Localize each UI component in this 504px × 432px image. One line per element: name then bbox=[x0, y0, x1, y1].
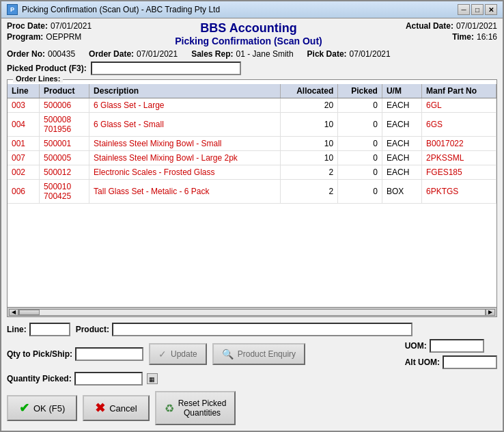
product-input[interactable] bbox=[112, 323, 412, 336]
cell-product: 500008701956 bbox=[40, 113, 89, 137]
cell-line: 003 bbox=[8, 98, 40, 113]
line-field-group: Line: bbox=[7, 323, 70, 336]
close-button[interactable]: ✕ bbox=[485, 4, 497, 15]
table-row[interactable]: 001 500001 Stainless Steel Mixing Bowl -… bbox=[8, 137, 496, 151]
table-row[interactable]: 006 500010700425 Tall Glass Set - Metali… bbox=[8, 180, 496, 204]
main-window: P Picking Confirmation (Scan Out) - ABC … bbox=[0, 0, 504, 432]
table-row[interactable]: 007 500005 Stainless Steel Mixing Bowl -… bbox=[8, 151, 496, 165]
proc-date-row: Proc Date: 07/01/2021 bbox=[7, 21, 92, 31]
table-row[interactable]: 003 500006 6 Glass Set - Large 20 0 EACH… bbox=[8, 98, 496, 113]
order-lines-legend: Order Lines: bbox=[13, 75, 63, 83]
alt-uom-group: Alt UOM: bbox=[405, 355, 497, 369]
x-icon: ✖ bbox=[95, 401, 105, 416]
cell-manf-part: FGES185 bbox=[421, 165, 496, 180]
recycle-icon: ♻ bbox=[165, 402, 174, 415]
scrollbar-thumb[interactable] bbox=[19, 310, 40, 315]
table-body: 003 500006 6 Glass Set - Large 20 0 EACH… bbox=[8, 98, 496, 204]
ok-button[interactable]: ✔ OK (F5) bbox=[7, 395, 77, 421]
cell-um: EACH bbox=[382, 137, 421, 151]
col-manf-part: Manf Part No bbox=[421, 84, 496, 98]
proc-date-label: Proc Date: bbox=[7, 21, 48, 31]
cell-line: 002 bbox=[8, 165, 40, 180]
cell-manf-part: 6GL bbox=[421, 98, 496, 113]
cell-description: 6 Glass Set - Large bbox=[89, 98, 281, 113]
main-content: Proc Date: 07/01/2021 Program: OEPPRM BB… bbox=[1, 18, 503, 431]
order-lines-table-container: Line Product Description Allocated Picke… bbox=[8, 84, 496, 307]
horizontal-scrollbar[interactable]: ◀ ▶ bbox=[8, 307, 496, 316]
cell-description: Tall Glass Set - Metalic - 6 Pack bbox=[89, 180, 281, 204]
col-allocated: Allocated bbox=[281, 84, 338, 98]
cell-description: Stainless Steel Mixing Bowl - Small bbox=[89, 137, 281, 151]
qty-picked-label: Quantity Picked: bbox=[7, 374, 72, 383]
qty-to-pick-input[interactable] bbox=[75, 347, 143, 361]
cell-manf-part: 6GS bbox=[421, 113, 496, 137]
sales-rep-label: Sales Rep: bbox=[191, 49, 233, 59]
check-icon: ✔ bbox=[19, 401, 29, 416]
cell-allocated: 10 bbox=[281, 151, 338, 165]
table-row[interactable]: 004 500008701956 6 Glass Set - Small 10 … bbox=[8, 113, 496, 137]
header-center: BBS Accounting Picking Confirmation (Sca… bbox=[92, 21, 406, 46]
uom-group: UOM: bbox=[405, 339, 497, 353]
cell-product: 500012 bbox=[40, 165, 89, 180]
cell-picked: 0 bbox=[338, 98, 382, 113]
picked-product-label: Picked Product (F3): bbox=[7, 64, 87, 73]
line-product-row: Line: Product: bbox=[7, 323, 497, 336]
line-label: Line: bbox=[7, 325, 27, 334]
scroll-right-button[interactable]: ▶ bbox=[486, 309, 495, 316]
order-lines-group: Order Lines: Line Product Description Al… bbox=[7, 79, 497, 317]
cell-description: Electronic Scales - Frosted Glass bbox=[89, 165, 281, 180]
qty-to-pick-label: Qty to Pick/Ship: bbox=[7, 349, 72, 359]
app-icon: P bbox=[7, 4, 18, 15]
scrollbar-track[interactable] bbox=[18, 309, 486, 316]
qty-to-pick-group: Qty to Pick/Ship: bbox=[7, 347, 143, 361]
cell-um: BOX bbox=[382, 180, 421, 204]
cell-product: 500001 bbox=[40, 137, 89, 151]
search-icon: 🔍 bbox=[222, 349, 234, 360]
col-picked: Picked bbox=[338, 84, 382, 98]
header-left: Proc Date: 07/01/2021 Program: OEPPRM bbox=[7, 21, 92, 42]
order-no-value: 000435 bbox=[48, 49, 75, 59]
order-no-label: Order No: bbox=[7, 49, 45, 59]
order-lines-table: Line Product Description Allocated Picke… bbox=[8, 84, 496, 204]
sales-rep-value: 01 - Jane Smith bbox=[236, 49, 294, 59]
minimize-button[interactable]: ─ bbox=[458, 4, 470, 15]
cell-manf-part: B0017022 bbox=[421, 137, 496, 151]
qty-picked-input[interactable] bbox=[74, 372, 143, 386]
cancel-button[interactable]: ✖ Cancel bbox=[83, 395, 149, 421]
alt-uom-input[interactable] bbox=[443, 355, 497, 369]
pick-date-label: Pick Date: bbox=[307, 49, 347, 59]
pick-date-value: 07/01/2021 bbox=[350, 49, 391, 59]
program-row: Program: OEPPRM bbox=[7, 32, 92, 42]
alt-uom-label: Alt UOM: bbox=[405, 357, 440, 367]
scroll-left-button[interactable]: ◀ bbox=[9, 309, 18, 316]
time-label: Time: bbox=[452, 32, 474, 42]
cell-product: 500005 bbox=[40, 151, 89, 165]
actual-date-row: Actual Date: 07/01/2021 bbox=[406, 21, 497, 31]
picked-product-input[interactable] bbox=[91, 62, 241, 75]
pick-date-group: Pick Date: 07/01/2021 bbox=[307, 49, 391, 59]
title-bar: P Picking Confirmation (Scan Out) - ABC … bbox=[1, 1, 503, 18]
header-right: Actual Date: 07/01/2021 Time: 16:16 bbox=[406, 21, 497, 42]
app-title: BBS Accounting bbox=[92, 21, 406, 36]
cell-allocated: 10 bbox=[281, 113, 338, 137]
col-line: Line bbox=[8, 84, 40, 98]
cell-description: 6 Glass Set - Small bbox=[89, 113, 281, 137]
table-row[interactable]: 002 500012 Electronic Scales - Frosted G… bbox=[8, 165, 496, 180]
cell-picked: 0 bbox=[338, 151, 382, 165]
qty-picked-row: Quantity Picked: ▦ bbox=[7, 372, 497, 386]
cell-picked: 0 bbox=[338, 113, 382, 137]
calculator-icon[interactable]: ▦ bbox=[147, 373, 158, 384]
restore-button[interactable]: □ bbox=[471, 4, 484, 15]
cell-line: 006 bbox=[8, 180, 40, 204]
cell-allocated: 20 bbox=[281, 98, 338, 113]
uom-input[interactable] bbox=[430, 339, 484, 353]
col-product: Product bbox=[40, 84, 89, 98]
title-bar-left: P Picking Confirmation (Scan Out) - ABC … bbox=[7, 4, 220, 15]
cell-line: 007 bbox=[8, 151, 40, 165]
product-enquiry-button[interactable]: 🔍 Product Enquiry bbox=[212, 343, 305, 365]
line-input[interactable] bbox=[29, 323, 70, 336]
reset-picked-quantities-button[interactable]: ♻ Reset Picked Quantities bbox=[155, 391, 236, 425]
order-date-group: Order Date: 07/01/2021 bbox=[89, 49, 178, 59]
update-button[interactable]: ✓ Update bbox=[149, 343, 207, 365]
col-description: Description bbox=[89, 84, 281, 98]
